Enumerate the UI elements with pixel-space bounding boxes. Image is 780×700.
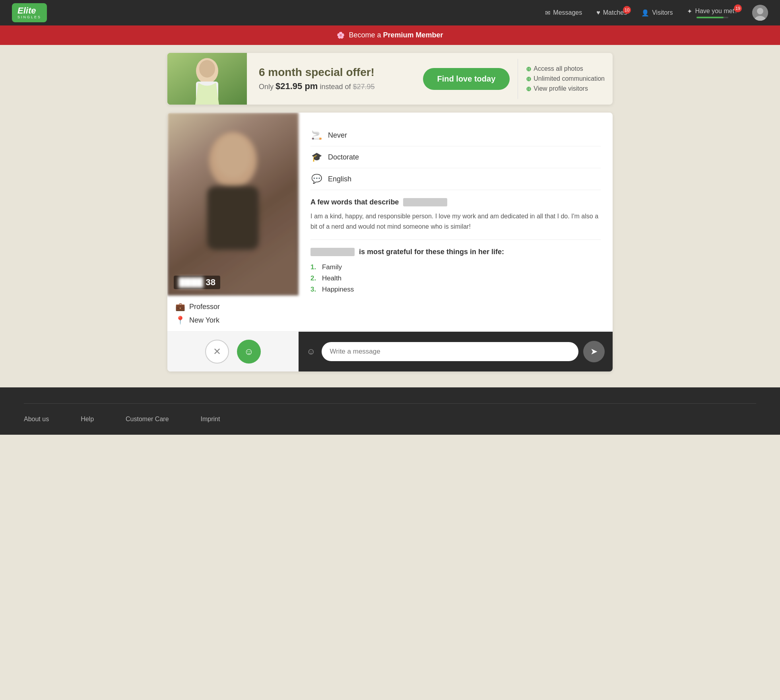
grateful-section: ████ is most grateful for these things i… <box>310 240 601 303</box>
education-label: Doctorate <box>328 153 359 161</box>
location-icon: 📍 <box>175 315 185 325</box>
footer: About us Help Customer Care Imprint <box>0 387 780 435</box>
promo-price: Only $21.95 pm instead of $27.95 <box>259 81 403 91</box>
promo-features: ⊕ Access all photos ⊕ Unlimited communic… <box>518 59 613 99</box>
footer-customer-care[interactable]: Customer Care <box>126 416 169 423</box>
like-button[interactable]: ☺ <box>237 340 261 364</box>
location-item: 📍 New York <box>175 315 291 325</box>
logo[interactable]: Elite SINGLES <box>12 3 47 22</box>
attribute-education: 🎓 Doctorate <box>310 146 601 168</box>
nav-have-you-met[interactable]: ✦ Have you met? 19 <box>687 8 738 18</box>
promo-content: 6 month special offer! Only $21.95 pm in… <box>247 58 415 99</box>
footer-help[interactable]: Help <box>81 416 94 423</box>
plus-icon-3: ⊕ <box>526 85 531 93</box>
occupation-label: Professor <box>189 303 220 311</box>
promo-image <box>167 53 247 105</box>
plus-icon-1: ⊕ <box>526 65 531 73</box>
avatar[interactable] <box>752 5 768 21</box>
promo-banner: 6 month special offer! Only $21.95 pm in… <box>167 53 613 105</box>
language-icon: 💬 <box>310 174 322 184</box>
plus-icon-2: ⊕ <box>526 75 531 83</box>
profile-meta: 💼 Professor 📍 New York <box>167 296 299 331</box>
nav-visitors[interactable]: 👤 Visitors <box>641 9 673 17</box>
main-content: 6 month special offer! Only $21.95 pm in… <box>163 53 617 371</box>
promo-cta-button[interactable]: Find love today <box>423 68 510 90</box>
occupation-item: 💼 Professor <box>175 302 291 311</box>
progress-bar <box>697 17 728 18</box>
svg-point-1 <box>757 8 763 14</box>
promo-feature-2: ⊕ Unlimited communication <box>526 75 605 83</box>
grateful-item-2: 2. Health <box>310 273 601 284</box>
matches-icon: ♥ <box>596 9 600 16</box>
nav-matches[interactable]: ♥ Matches 10 <box>596 9 627 16</box>
promo-feature-1: ⊕ Access all photos <box>526 65 605 73</box>
logo-sub: SINGLES <box>17 15 41 19</box>
profile-bottom: ✕ ☺ ☺ ➤ <box>167 331 613 371</box>
profile-photo-col: ████ 38 <box>167 113 299 296</box>
profile-photo <box>167 113 299 296</box>
premium-bar[interactable]: 🌸 Become a Premium Member <box>0 25 780 45</box>
profile-info-col: 🚬 Never 🎓 Doctorate 💬 English A few word… <box>299 113 613 331</box>
location-label: New York <box>189 316 219 325</box>
header: Elite SINGLES ✉ Messages ♥ Matches 10 👤 … <box>0 0 780 25</box>
grateful-heading: ████ is most grateful for these things i… <box>310 248 601 256</box>
message-col: ☺ ➤ <box>299 332 613 371</box>
promo-title: 6 month special offer! <box>259 66 403 79</box>
education-icon: 🎓 <box>310 152 322 162</box>
grateful-list: 1. Family 2. Health 3. Happiness <box>310 262 601 295</box>
footer-links: About us Help Customer Care Imprint <box>24 416 756 423</box>
smoking-icon: 🚬 <box>310 130 322 140</box>
nav-messages-label: Messages <box>553 9 582 16</box>
profile-age: 38 <box>206 277 215 287</box>
grateful-item-3: 3. Happiness <box>310 284 601 295</box>
progress-fill <box>697 17 724 18</box>
age-blurred: ████ <box>179 277 203 288</box>
svg-rect-9 <box>207 186 259 250</box>
briefcase-icon: 💼 <box>175 302 185 311</box>
footer-imprint[interactable]: Imprint <box>201 416 220 423</box>
have-you-met-icon: ✦ <box>687 8 692 15</box>
profile-top: ████ 38 💼 Professor 📍 New York <box>167 113 613 331</box>
nav: ✉ Messages ♥ Matches 10 👤 Visitors ✦ Hav… <box>545 5 768 21</box>
action-col: ✕ ☺ <box>167 332 299 371</box>
age-badge: ████ 38 <box>174 276 220 289</box>
language-label: English <box>328 175 351 183</box>
nav-visitors-label: Visitors <box>652 9 673 16</box>
visitors-icon: 👤 <box>641 9 649 17</box>
messages-icon: ✉ <box>545 9 550 17</box>
svg-point-10 <box>215 134 251 178</box>
matches-badge: 10 <box>623 6 631 14</box>
profile-left-section: ████ 38 💼 Professor 📍 New York <box>167 113 299 331</box>
name-blur-1: ████ <box>403 198 447 206</box>
svg-point-6 <box>199 60 215 78</box>
attribute-language: 💬 English <box>310 168 601 190</box>
nav-have-you-met-label: Have you met? <box>695 8 738 15</box>
send-icon: ➤ <box>590 346 598 357</box>
footer-about[interactable]: About us <box>24 416 49 423</box>
premium-icon: 🌸 <box>337 31 345 39</box>
describe-heading: A few words that describe ████ <box>310 198 601 206</box>
describe-text: I am a kind, happy, and responsible pers… <box>310 211 601 231</box>
profile-card: ████ 38 💼 Professor 📍 New York <box>167 113 613 371</box>
footer-divider <box>24 403 756 404</box>
premium-text: Become a Premium Member <box>349 31 443 39</box>
have-you-met-badge: 19 <box>734 4 742 12</box>
message-emoji-icon: ☺ <box>307 346 315 357</box>
message-input[interactable] <box>322 342 578 361</box>
attribute-smoking: 🚬 Never <box>310 124 601 146</box>
smoking-label: Never <box>328 131 347 140</box>
dislike-button[interactable]: ✕ <box>205 340 229 364</box>
grateful-item-1: 1. Family <box>310 262 601 273</box>
profile-description: A few words that describe ████ I am a ki… <box>310 190 601 240</box>
logo-name: Elite <box>17 6 41 15</box>
name-blur-2: ████ <box>310 248 355 256</box>
promo-feature-3: ⊕ View profile visitors <box>526 85 605 93</box>
nav-messages[interactable]: ✉ Messages <box>545 9 582 17</box>
send-button[interactable]: ➤ <box>583 341 605 362</box>
